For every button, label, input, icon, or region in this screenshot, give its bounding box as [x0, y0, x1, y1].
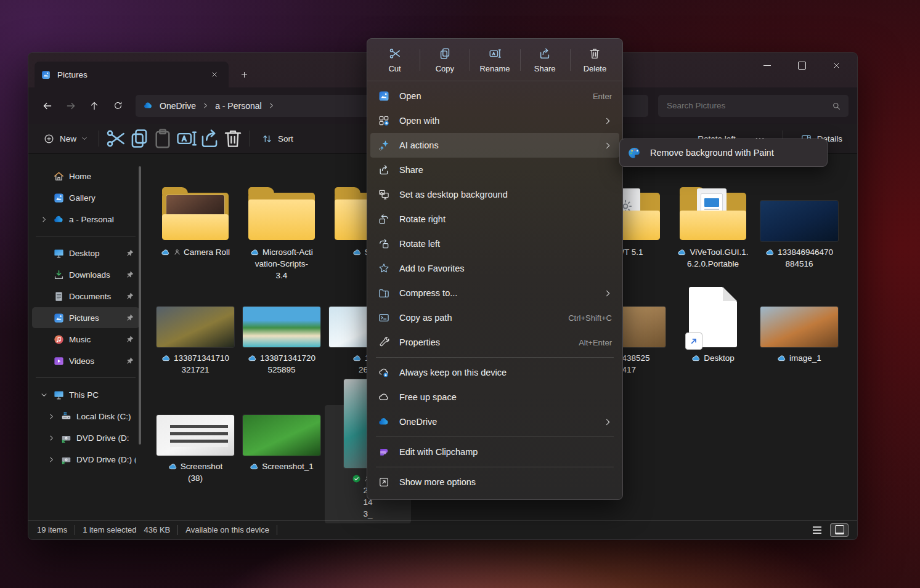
menu-item-ai-actions[interactable]: AI actions — [370, 133, 619, 158]
copy-button[interactable] — [128, 128, 151, 149]
cloud-status-icon — [168, 462, 178, 472]
menu-item-label: Rotate right — [399, 214, 612, 224]
tab-close-icon[interactable] — [206, 66, 222, 83]
search-input[interactable] — [666, 100, 831, 111]
quick-delete-button[interactable]: Delete — [570, 44, 620, 76]
menu-item-share[interactable]: Share — [370, 158, 619, 182]
home-icon — [53, 171, 65, 182]
cut-button[interactable] — [104, 128, 128, 149]
grid-item[interactable]: ViVeTool.GUI.1.6.2.0.Portable — [670, 169, 756, 273]
dvd-icon — [60, 432, 73, 444]
grid-item[interactable]: Desktop — [670, 303, 756, 368]
menu-item-set-as-desktop-background[interactable]: Set as desktop background — [370, 182, 619, 207]
sidebar-item-downloads[interactable]: Downloads — [32, 264, 139, 285]
scissors-icon — [388, 47, 402, 60]
image-thumbnail — [157, 307, 234, 347]
grid-item[interactable]: Screenshot_1 — [238, 405, 325, 476]
search-box[interactable] — [658, 95, 849, 117]
cloudblue-icon — [777, 353, 787, 363]
sidebar-item-pictures[interactable]: Pictures — [32, 307, 139, 328]
cloudblue-icon — [352, 353, 362, 363]
menu-item-free-up-space[interactable]: Free up space — [370, 385, 619, 409]
delete-button[interactable] — [221, 128, 245, 149]
menu-item-open-with[interactable]: Open with — [370, 108, 619, 133]
photos-icon — [53, 192, 65, 204]
menu-item-rotate-left[interactable]: Rotate left — [370, 232, 619, 256]
lnkarrow-icon — [689, 336, 699, 346]
sort-button[interactable]: Sort — [255, 129, 299, 148]
paste-button[interactable] — [151, 128, 174, 149]
grid-item[interactable]: Microsoft-Activation-Scripts-3.4 — [238, 169, 325, 285]
sidebar-item-local-disk-c[interactable]: Local Disk (C:) — [32, 406, 139, 427]
sidebar-item-documents[interactable]: Documents — [32, 286, 139, 307]
file-label: Screenshot_1 — [262, 461, 313, 472]
pin-icon — [126, 313, 136, 322]
chevron-right-icon[interactable] — [46, 435, 57, 441]
maximize-button[interactable] — [784, 53, 819, 78]
chevron-right-icon[interactable] — [268, 102, 275, 109]
menu-item-properties[interactable]: Properties Alt+Enter — [370, 330, 619, 355]
back-button[interactable] — [37, 95, 58, 116]
sidebar-item-music[interactable]: Music — [32, 329, 139, 350]
new-tab-button[interactable] — [234, 65, 254, 84]
grid-item[interactable]: image_1 — [756, 303, 842, 368]
menu-item-always-keep-on-this-device[interactable]: Always keep on this device — [370, 360, 619, 385]
chevron-right-icon[interactable] — [38, 216, 49, 223]
grid-item[interactable]: 133871341720525895 — [238, 303, 325, 379]
sidebar-item-videos[interactable]: Videos — [32, 350, 139, 371]
menu-item-copy-as-path[interactable]: Copy as path Ctrl+Shift+C — [370, 305, 619, 330]
list-view-toggle[interactable] — [808, 523, 826, 537]
rotl-icon — [378, 238, 390, 250]
tab-pictures[interactable]: Pictures — [35, 62, 229, 87]
grid-item[interactable]: 133846946470884516 — [756, 169, 842, 273]
sidebar-item-desktop[interactable]: Desktop — [32, 243, 139, 264]
quick-copy-button[interactable]: Copy — [420, 44, 470, 76]
menu-item-compress-to[interactable]: Compress to... — [370, 281, 619, 305]
quick-action-label: Cut — [388, 64, 401, 73]
menu-item-onedrive[interactable]: OneDrive — [370, 409, 619, 434]
quick-cut-button[interactable]: Cut — [370, 44, 420, 76]
menu-item-show-more-options[interactable]: Show more options — [370, 470, 619, 494]
sidebar-item-this-pc[interactable]: This PC — [32, 384, 139, 405]
sidebar-item-home[interactable]: Home — [32, 166, 139, 187]
chevron-right-icon[interactable] — [46, 413, 57, 420]
grid-item[interactable]: Camera Roll — [152, 169, 238, 262]
disk-icon — [60, 411, 73, 422]
rename-button[interactable] — [174, 128, 198, 149]
close-button[interactable] — [819, 53, 853, 78]
forward-button[interactable] — [60, 95, 81, 116]
up-button[interactable] — [84, 95, 105, 116]
checkc-icon — [352, 474, 361, 483]
cloud-icon — [378, 391, 390, 403]
share-button[interactable] — [198, 128, 221, 149]
quick-rename-button[interactable]: Rename — [470, 44, 519, 76]
minimize-button[interactable] — [750, 53, 784, 78]
share-icon — [538, 47, 552, 60]
new-button[interactable]: New — [37, 129, 94, 148]
grid-item[interactable]: 133871341710321721 — [152, 303, 238, 379]
copypath-icon — [378, 312, 390, 324]
large-icons-view-toggle[interactable] — [830, 523, 849, 537]
menu-item-rotate-right[interactable]: Rotate right — [370, 207, 619, 232]
menu-item-edit-with-clipchamp[interactable]: Edit with Clipchamp — [370, 440, 619, 464]
sidebar-item-onedrive-personal[interactable]: a - Personal — [32, 209, 139, 230]
sidebar-scrollbar[interactable] — [139, 166, 141, 445]
file-label: Screenshot — [181, 461, 222, 472]
circle-plus-icon — [43, 133, 55, 145]
sidebar-item-dvd-drive-d-2[interactable]: DVD Drive (D:) ( — [32, 449, 139, 470]
menu-item-label: OneDrive — [399, 417, 595, 427]
ai-actions-flyout[interactable]: Remove background with Paint — [619, 139, 828, 167]
rename-icon — [488, 47, 502, 60]
menu-item-add-to-favorites[interactable]: Add to Favorites — [370, 256, 619, 281]
sidebar-item-dvd-drive-d[interactable]: DVD Drive (D: — [32, 427, 139, 448]
folder-icon — [247, 186, 316, 241]
chevron-right-icon[interactable] — [46, 456, 57, 463]
document-icon — [53, 291, 65, 302]
sidebar-item-gallery[interactable]: Gallery — [32, 187, 139, 208]
grid-item[interactable]: Screenshot(38) — [152, 405, 238, 488]
download-icon — [53, 269, 65, 281]
menu-item-label: AI actions — [399, 140, 595, 150]
quick-share-button[interactable]: Share — [520, 44, 570, 76]
chevron-down-icon[interactable] — [38, 392, 49, 398]
menu-item-open[interactable]: Open Enter — [370, 84, 619, 108]
